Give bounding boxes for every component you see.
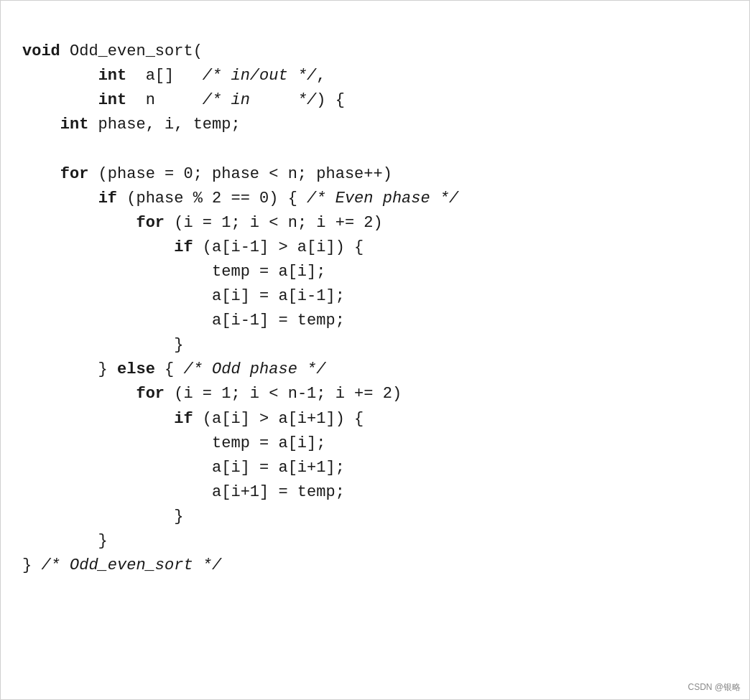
comment-inout: /* in/out */ xyxy=(203,67,316,85)
line-18: a[i] = a[i+1]; xyxy=(22,459,345,477)
line-21: } xyxy=(22,532,108,550)
keyword-else: else xyxy=(117,360,155,378)
line-20: } xyxy=(22,508,183,526)
line-10: temp = a[i]; xyxy=(22,263,325,281)
line-9: if (a[i-1] > a[i]) { xyxy=(22,238,364,256)
line-11: a[i] = a[i-1]; xyxy=(22,287,345,305)
code-block: void Odd_even_sort( int a[] /* in/out */… xyxy=(22,15,728,602)
keyword-void: void xyxy=(22,42,60,60)
line-15: for (i = 1; i < n-1; i += 2) xyxy=(22,385,402,403)
line-17: temp = a[i]; xyxy=(22,434,325,452)
line-12: a[i-1] = temp; xyxy=(22,312,345,330)
keyword-if-1: if xyxy=(98,190,117,207)
keyword-for-2: for xyxy=(136,214,165,232)
line-3: int n /* in */) { xyxy=(22,91,345,109)
line-16: if (a[i] > a[i+1]) { xyxy=(22,410,364,428)
line-4: int phase, i, temp; xyxy=(22,116,241,134)
line-22: } /* Odd_even_sort */ xyxy=(22,556,221,574)
keyword-if-3: if xyxy=(174,410,193,428)
keyword-int-3: int xyxy=(60,116,89,134)
comment-in: /* in */ xyxy=(203,91,316,109)
comment-odd-phase: /* Odd phase */ xyxy=(183,360,325,378)
keyword-int-1: int xyxy=(98,67,127,85)
keyword-int-2: int xyxy=(98,91,127,109)
line-1: void Odd_even_sort( xyxy=(22,42,203,60)
comment-even-phase: /* Even phase */ xyxy=(307,190,458,207)
line-8: for (i = 1; i < n; i += 2) xyxy=(22,214,383,232)
keyword-for-3: for xyxy=(136,385,165,403)
keyword-for-1: for xyxy=(60,165,89,183)
code-container: void Odd_even_sort( int a[] /* in/out */… xyxy=(0,0,750,700)
line-7: if (phase % 2 == 0) { /* Even phase */ xyxy=(22,190,458,207)
comment-end: /* Odd_even_sort */ xyxy=(41,556,221,574)
line-6: for (phase = 0; phase < n; phase++) xyxy=(22,165,392,183)
watermark: CSDN @银略 xyxy=(688,681,741,694)
keyword-if-2: if xyxy=(174,238,193,256)
line-14: } else { /* Odd phase */ xyxy=(22,360,326,378)
line-13: } xyxy=(22,336,183,354)
line-2: int a[] /* in/out */, xyxy=(22,67,326,85)
line-19: a[i+1] = temp; xyxy=(22,483,345,501)
